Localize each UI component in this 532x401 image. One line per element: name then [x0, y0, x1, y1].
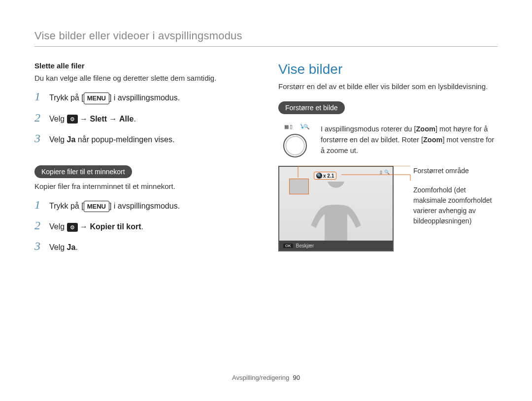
zoom-dial-figure: ▦▯🔍 ➘: [278, 124, 313, 156]
copy-desc: Kopier filer fra internminnet til et min…: [34, 181, 254, 191]
callout-zoom-ratio: Zoomforhold (det maksimale zoomforholdet…: [413, 185, 498, 226]
section-title: Vise bilder: [278, 62, 498, 77]
section-desc: Forstørr en del av et bilde eller vis bi…: [278, 81, 498, 92]
delete-all-heading: Slette alle filer: [34, 62, 254, 70]
callout-enlarged-area: Forstørret område: [413, 166, 498, 176]
step-number: 3: [34, 240, 43, 253]
right-column: Vise bilder Forstørr en del av et bilde …: [278, 62, 498, 260]
delete-all-steps: 1 Trykk på [MENU] i avspillingsmodus. 2 …: [34, 90, 254, 146]
ok-icon: OK: [283, 244, 293, 248]
menu-icon: MENU: [84, 201, 109, 213]
child-silhouette: [304, 182, 368, 250]
enlarge-pill: Forstørre et bilde: [278, 101, 345, 114]
step-number: 3: [34, 132, 43, 145]
step-number: 2: [34, 219, 43, 232]
settings-card-icon: ⚙: [67, 223, 78, 232]
enlarged-area-box: [289, 179, 309, 194]
callout-labels: Forstørret område Zoomforhold (det maksi…: [413, 166, 498, 235]
zoom-instruction: ▦▯🔍 ➘ I avspillingsmodus roterer du [Zoo…: [278, 124, 498, 156]
step-text: Trykk på [MENU] i avspillingsmodus.: [49, 92, 180, 104]
page-header: Vise bilder eller videoer i avspillingsm…: [34, 30, 498, 47]
bottom-bar-label: Beskjær: [296, 243, 314, 248]
step-text: Velg ⚙ → Slett → Alle.: [49, 113, 136, 125]
screen-callout: ▯🔍 🔍 x 2.1 OK Beskjær: [278, 166, 498, 251]
step-text: Trykk på [MENU] i avspillingsmodus.: [49, 200, 180, 213]
footer-page-number: 90: [293, 374, 299, 381]
top-right-icons: ▯🔍: [380, 170, 390, 175]
copy-steps: 1 Trykk på [MENU] i avspillingsmodus. 2 …: [34, 198, 254, 254]
step-text: Velg Ja.: [49, 242, 78, 253]
settings-card-icon: ⚙: [67, 115, 78, 123]
page-footer: Avspilling/redigering 90: [0, 374, 532, 381]
copy-pill: Kopiere filer til et minnekort: [34, 165, 132, 178]
step-number: 2: [34, 111, 43, 124]
camera-screen: ▯🔍 🔍 x 2.1 OK Beskjær: [278, 166, 394, 251]
dial-markers: ▦▯🔍: [284, 124, 309, 129]
delete-all-desc: Du kan velge alle filene og deretter sle…: [34, 73, 254, 83]
step-text: Velg Ja når popup-meldingen vises.: [49, 134, 174, 146]
zoom-ratio-value: x 2.1: [323, 173, 334, 179]
magnifier-icon: 🔍: [316, 173, 322, 179]
footer-section: Avspilling/redigering: [232, 374, 289, 381]
zoom-text: I avspillingsmodus roterer du [Zoom] mot…: [321, 124, 498, 156]
step-text: Velg ⚙ → Kopier til kort.: [49, 221, 143, 233]
step-number: 1: [34, 198, 43, 212]
left-column: Slette alle filer Du kan velge alle file…: [34, 62, 254, 260]
screen-bottom-bar: OK Beskjær: [279, 241, 393, 250]
dial-icon: [283, 134, 307, 157]
zoom-ratio-badge: 🔍 x 2.1: [314, 172, 336, 180]
menu-icon: MENU: [84, 93, 109, 104]
step-number: 1: [34, 90, 43, 103]
